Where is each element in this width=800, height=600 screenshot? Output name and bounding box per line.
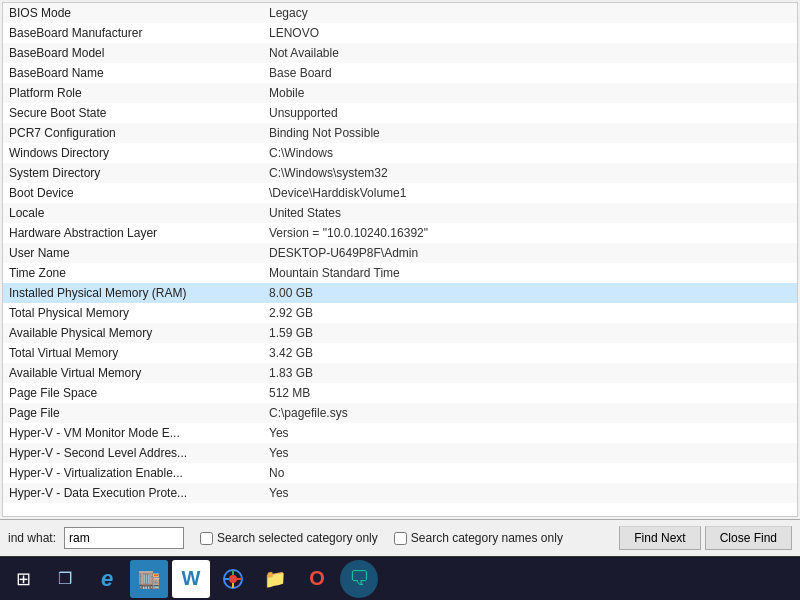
- cortana-button[interactable]: O: [298, 560, 336, 598]
- property-cell: Page File Space: [3, 383, 263, 403]
- search-selected-label: Search selected category only: [217, 531, 378, 545]
- value-cell: 512 MB: [263, 383, 797, 403]
- property-cell: System Directory: [3, 163, 263, 183]
- table-row: BIOS ModeLegacy: [3, 3, 797, 23]
- table-row: Time ZoneMountain Standard Time: [3, 263, 797, 283]
- value-cell: DESKTOP-U649P8F\Admin: [263, 243, 797, 263]
- value-cell: C:\pagefile.sys: [263, 403, 797, 423]
- start-button[interactable]: ⊞: [4, 560, 42, 598]
- table-row: Windows DirectoryC:\Windows: [3, 143, 797, 163]
- system-info-table: BIOS ModeLegacyBaseBoard ManufacturerLEN…: [3, 3, 797, 503]
- task-view-button[interactable]: ❒: [46, 560, 84, 598]
- property-cell: Total Physical Memory: [3, 303, 263, 323]
- table-row: User NameDESKTOP-U649P8F\Admin: [3, 243, 797, 263]
- table-row: Page File Space512 MB: [3, 383, 797, 403]
- value-cell: Not Available: [263, 43, 797, 63]
- value-cell: 3.42 GB: [263, 343, 797, 363]
- table-row: Available Virtual Memory1.83 GB: [3, 363, 797, 383]
- property-cell: BaseBoard Manufacturer: [3, 23, 263, 43]
- property-cell: Hyper-V - VM Monitor Mode E...: [3, 423, 263, 443]
- find-label: ind what:: [8, 531, 56, 545]
- chrome-button[interactable]: [214, 560, 252, 598]
- property-cell: Available Physical Memory: [3, 323, 263, 343]
- value-cell: C:\Windows: [263, 143, 797, 163]
- table-row: Hardware Abstraction LayerVersion = "10.…: [3, 223, 797, 243]
- property-cell: BaseBoard Model: [3, 43, 263, 63]
- system-info-table-container: BIOS ModeLegacyBaseBoard ManufacturerLEN…: [2, 2, 798, 517]
- table-row: Installed Physical Memory (RAM)8.00 GB: [3, 283, 797, 303]
- property-cell: Platform Role: [3, 83, 263, 103]
- messaging-button[interactable]: 🗨: [340, 560, 378, 598]
- property-cell: Hyper-V - Virtualization Enable...: [3, 463, 263, 483]
- value-cell: Mountain Standard Time: [263, 263, 797, 283]
- property-cell: Installed Physical Memory (RAM): [3, 283, 263, 303]
- value-cell: 1.59 GB: [263, 323, 797, 343]
- table-row: BaseBoard ModelNot Available: [3, 43, 797, 63]
- property-cell: BIOS Mode: [3, 3, 263, 23]
- property-cell: Hyper-V - Data Execution Prote...: [3, 483, 263, 503]
- find-bar: ind what: Search selected category only …: [0, 519, 800, 556]
- table-row: LocaleUnited States: [3, 203, 797, 223]
- value-cell: LENOVO: [263, 23, 797, 43]
- main-window: BIOS ModeLegacyBaseBoard ManufacturerLEN…: [0, 0, 800, 600]
- property-cell: Page File: [3, 403, 263, 423]
- svg-point-1: [229, 575, 237, 583]
- table-row: System DirectoryC:\Windows\system32: [3, 163, 797, 183]
- value-cell: C:\Windows\system32: [263, 163, 797, 183]
- table-row: BaseBoard NameBase Board: [3, 63, 797, 83]
- table-row: Platform RoleMobile: [3, 83, 797, 103]
- value-cell: \Device\HarddiskVolume1: [263, 183, 797, 203]
- property-cell: Available Virtual Memory: [3, 363, 263, 383]
- find-buttons-group: Find Next Close Find: [619, 526, 792, 550]
- search-category-label: Search category names only: [411, 531, 563, 545]
- table-row: BaseBoard ManufacturerLENOVO: [3, 23, 797, 43]
- value-cell: Legacy: [263, 3, 797, 23]
- taskbar: ⊞ ❒ e 🏬 W 📁 O 🗨: [0, 556, 800, 600]
- value-cell: Mobile: [263, 83, 797, 103]
- store-button[interactable]: 🏬: [130, 560, 168, 598]
- value-cell: Binding Not Possible: [263, 123, 797, 143]
- value-cell: 8.00 GB: [263, 283, 797, 303]
- property-cell: Hyper-V - Second Level Addres...: [3, 443, 263, 463]
- explorer-button[interactable]: 📁: [256, 560, 294, 598]
- value-cell: Yes: [263, 423, 797, 443]
- value-cell: United States: [263, 203, 797, 223]
- search-selected-group: Search selected category only: [200, 531, 378, 545]
- value-cell: 2.92 GB: [263, 303, 797, 323]
- table-row: PCR7 ConfigurationBinding Not Possible: [3, 123, 797, 143]
- find-next-button[interactable]: Find Next: [619, 526, 700, 550]
- property-cell: Boot Device: [3, 183, 263, 203]
- word-button[interactable]: W: [172, 560, 210, 598]
- property-cell: Total Virtual Memory: [3, 343, 263, 363]
- property-cell: BaseBoard Name: [3, 63, 263, 83]
- property-cell: User Name: [3, 243, 263, 263]
- property-cell: Secure Boot State: [3, 103, 263, 123]
- table-row: Hyper-V - Data Execution Prote...Yes: [3, 483, 797, 503]
- property-cell: Locale: [3, 203, 263, 223]
- table-row: Available Physical Memory1.59 GB: [3, 323, 797, 343]
- close-find-button[interactable]: Close Find: [705, 526, 792, 550]
- search-category-checkbox[interactable]: [394, 532, 407, 545]
- value-cell: Yes: [263, 483, 797, 503]
- table-row: Hyper-V - VM Monitor Mode E...Yes: [3, 423, 797, 443]
- property-cell: Windows Directory: [3, 143, 263, 163]
- property-cell: Time Zone: [3, 263, 263, 283]
- search-category-group: Search category names only: [394, 531, 563, 545]
- table-row: Total Physical Memory2.92 GB: [3, 303, 797, 323]
- property-cell: Hardware Abstraction Layer: [3, 223, 263, 243]
- search-selected-checkbox[interactable]: [200, 532, 213, 545]
- table-row: Secure Boot StateUnsupported: [3, 103, 797, 123]
- find-input[interactable]: [64, 527, 184, 549]
- table-row: Page FileC:\pagefile.sys: [3, 403, 797, 423]
- value-cell: Unsupported: [263, 103, 797, 123]
- table-row: Hyper-V - Second Level Addres...Yes: [3, 443, 797, 463]
- value-cell: Version = "10.0.10240.16392": [263, 223, 797, 243]
- value-cell: 1.83 GB: [263, 363, 797, 383]
- value-cell: Yes: [263, 443, 797, 463]
- table-row: Total Virtual Memory3.42 GB: [3, 343, 797, 363]
- value-cell: No: [263, 463, 797, 483]
- value-cell: Base Board: [263, 63, 797, 83]
- table-row: Hyper-V - Virtualization Enable...No: [3, 463, 797, 483]
- edge-button[interactable]: e: [88, 560, 126, 598]
- property-cell: PCR7 Configuration: [3, 123, 263, 143]
